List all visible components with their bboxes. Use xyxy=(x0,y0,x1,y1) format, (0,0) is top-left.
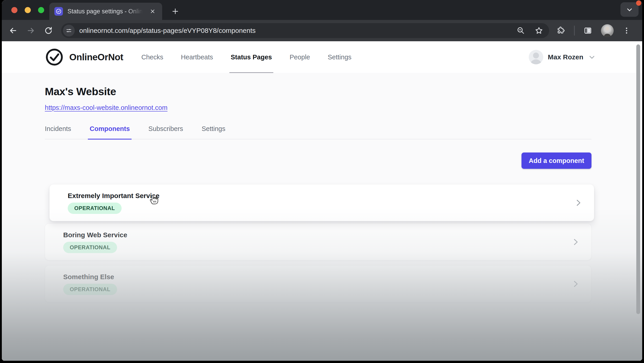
menu-kebab-icon[interactable] xyxy=(622,26,631,35)
zoom-out-icon[interactable] xyxy=(516,26,525,35)
browser-toolbar: onlineornot.com/app/status-pages/eVYP08Y… xyxy=(2,20,642,41)
side-panel-icon[interactable] xyxy=(583,26,592,35)
back-icon[interactable] xyxy=(7,24,20,37)
close-window-button[interactable] xyxy=(11,7,18,13)
brand[interactable]: OnlineOrNot xyxy=(45,48,123,67)
nav-item-settings[interactable]: Settings xyxy=(328,41,352,73)
chevron-right-icon xyxy=(574,198,583,208)
user-menu[interactable]: Max Rozen xyxy=(529,50,596,64)
bookmark-star-icon[interactable] xyxy=(535,26,543,35)
tab-settings[interactable]: Settings xyxy=(202,125,225,133)
recording-indicator-dot xyxy=(636,1,641,6)
status-page-link[interactable]: https://maxs-cool-website.onlineornot.co… xyxy=(45,104,168,112)
tab-search-chevron-button[interactable] xyxy=(620,2,638,17)
component-name: Boring Web Service xyxy=(63,231,591,239)
nav-item-heartbeats[interactable]: Heartbeats xyxy=(181,41,213,73)
status-badge: OPERATIONAL xyxy=(63,242,117,253)
component-card[interactable]: Something Else OPERATIONAL xyxy=(45,265,592,302)
user-avatar xyxy=(529,50,543,64)
tab-title: Status page settings - Online xyxy=(68,8,144,15)
status-badge: OPERATIONAL xyxy=(68,203,122,214)
forward-icon[interactable] xyxy=(24,24,37,37)
site-info-icon[interactable] xyxy=(63,25,75,37)
onlineornot-favicon-icon xyxy=(54,7,63,16)
tab-components[interactable]: Components xyxy=(90,125,130,133)
component-card[interactable]: Extremely Important Service OPERATIONAL xyxy=(49,184,594,221)
extensions-icon[interactable] xyxy=(556,26,566,35)
page-tabs: Incidents Components Subscribers Setting… xyxy=(45,125,592,139)
nav-item-people[interactable]: People xyxy=(290,41,310,73)
nav-item-status-pages[interactable]: Status Pages xyxy=(231,41,272,73)
status-badge: OPERATIONAL xyxy=(63,284,117,295)
page-content: OnlineOrNot Checks Heartbeats Status Pag… xyxy=(2,41,642,361)
page-body: Max's Website https://maxs-cool-website.… xyxy=(2,85,642,302)
component-card[interactable]: Boring Web Service OPERATIONAL xyxy=(45,223,592,260)
browser-window: Status page settings - Online xyxy=(2,0,642,361)
brand-logo-icon xyxy=(45,48,64,67)
chevron-right-icon xyxy=(571,279,580,289)
main-nav: Checks Heartbeats Status Pages People Se… xyxy=(141,41,369,73)
component-name: Extremely Important Service xyxy=(68,192,594,200)
component-name: Something Else xyxy=(63,273,591,281)
tab-strip: Status page settings - Online xyxy=(2,0,642,20)
cursor-pointer-icon xyxy=(149,194,159,205)
site-header: OnlineOrNot Checks Heartbeats Status Pag… xyxy=(2,41,642,73)
reload-icon[interactable] xyxy=(42,24,55,37)
add-component-button[interactable]: Add a component xyxy=(522,153,592,169)
chevron-down-icon xyxy=(588,53,596,61)
scrollbar-thumb[interactable] xyxy=(636,45,640,314)
component-list: Extremely Important Service OPERATIONAL xyxy=(45,184,592,302)
tab-subscribers[interactable]: Subscribers xyxy=(148,125,183,133)
traffic-lights xyxy=(11,7,44,13)
toolbar-divider xyxy=(574,26,575,36)
brand-name: OnlineOrNot xyxy=(69,52,123,63)
url-text[interactable]: onlineornot.com/app/status-pages/eVYP08Y… xyxy=(79,27,512,35)
nav-item-checks[interactable]: Checks xyxy=(141,41,163,73)
maximize-window-button[interactable] xyxy=(38,7,44,13)
page-title: Max's Website xyxy=(45,85,592,98)
url-bar[interactable]: onlineornot.com/app/status-pages/eVYP08Y… xyxy=(61,23,549,38)
new-tab-button[interactable] xyxy=(170,6,181,17)
chevron-right-icon xyxy=(571,237,580,247)
tab-incidents[interactable]: Incidents xyxy=(45,125,71,133)
browser-tab[interactable]: Status page settings - Online xyxy=(49,3,162,20)
user-name: Max Rozen xyxy=(548,53,583,61)
minimize-window-button[interactable] xyxy=(25,7,31,13)
close-tab-icon[interactable] xyxy=(148,7,157,16)
browser-profile-avatar[interactable] xyxy=(601,24,614,37)
